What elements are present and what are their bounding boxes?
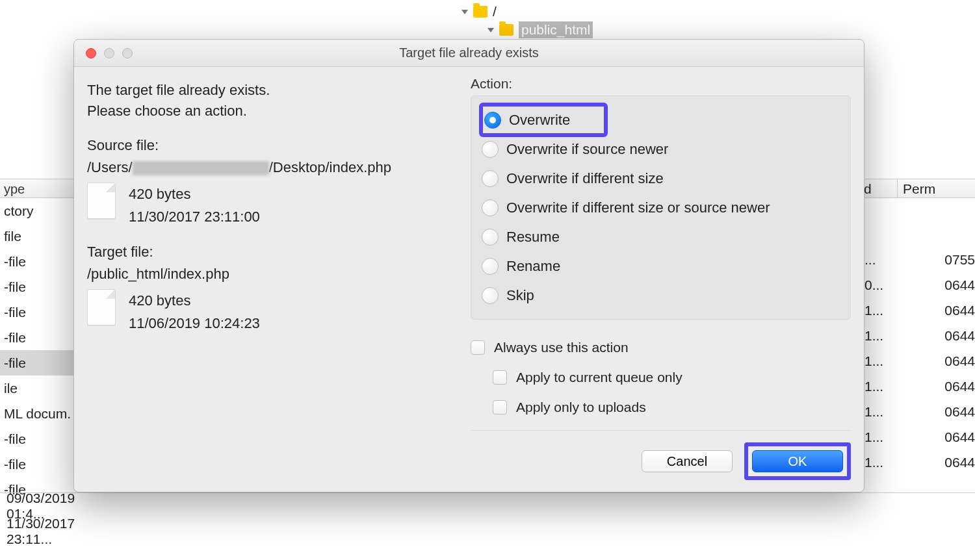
- redacted-segment: [133, 161, 269, 175]
- table-row[interactable]: 1...0644: [864, 399, 975, 424]
- close-icon[interactable]: [86, 48, 96, 58]
- action-label: Action:: [471, 76, 851, 92]
- target-file-label: Target file:: [87, 244, 451, 261]
- radio-icon[interactable]: [482, 287, 499, 304]
- message-line: Please choose an action.: [87, 101, 451, 121]
- titlebar: Target file already exists: [74, 40, 864, 67]
- radio-icon[interactable]: [482, 199, 499, 216]
- source-file-label: Source file:: [87, 137, 451, 154]
- folder-icon: [499, 24, 514, 36]
- radio-overwrite-size[interactable]: Overwrite if different size: [482, 164, 840, 193]
- check-label: Always use this action: [494, 340, 629, 355]
- target-file-date: 11/06/2019 10:24:23: [129, 312, 260, 335]
- table-row[interactable]: 1...0644: [864, 424, 975, 450]
- type-cell[interactable]: -file: [0, 350, 78, 375]
- bottom-area: 09/03/2019 01:4...11/30/2017 23:11... wp…: [0, 492, 975, 493]
- radio-label: Overwrite if different size or source ne…: [506, 199, 770, 216]
- type-cell[interactable]: ctory: [0, 198, 78, 223]
- info-pane: The target file already exists. Please c…: [74, 67, 464, 492]
- window-controls: [74, 48, 133, 58]
- radio-icon[interactable]: [482, 141, 499, 158]
- table-row[interactable]: 0...0644: [864, 272, 975, 298]
- table-row[interactable]: 1...0644: [864, 298, 975, 323]
- check-label: Apply only to uploads: [516, 400, 646, 415]
- type-cell[interactable]: file: [0, 223, 78, 249]
- folder-icon: [473, 6, 488, 18]
- radio-icon[interactable]: [482, 258, 499, 275]
- right-column-values: ...07550...06441...06441...06441...06441…: [864, 247, 975, 475]
- type-cell[interactable]: -file: [0, 325, 78, 350]
- cancel-button[interactable]: Cancel: [642, 450, 733, 472]
- radio-label: Resume: [506, 229, 560, 246]
- right-columns: d Perm: [858, 179, 975, 198]
- ok-highlight: OK: [744, 442, 851, 480]
- message-line: The target file already exists.: [87, 80, 451, 101]
- overwrite-dialog: Target file already exists The target fi…: [73, 39, 864, 492]
- column-header[interactable]: Perm: [897, 179, 975, 198]
- dialog-footer: Cancel OK: [471, 430, 851, 480]
- zoom-icon: [122, 48, 133, 58]
- check-apply-queue[interactable]: Apply to current queue only: [471, 363, 851, 392]
- radio-skip[interactable]: Skip: [482, 281, 840, 310]
- type-cell[interactable]: -file: [0, 274, 78, 299]
- table-row[interactable]: 09/03/2019 01:4...: [0, 493, 448, 518]
- file-icon: [87, 183, 116, 219]
- file-icon: [87, 289, 116, 325]
- table-row[interactable]: ...0755: [864, 247, 975, 272]
- radio-overwrite-newer[interactable]: Overwrite if source newer: [482, 134, 840, 164]
- source-file-path: /Users//Desktop/index.php: [87, 159, 451, 176]
- radio-icon[interactable]: [484, 112, 501, 129]
- radio-rename[interactable]: Rename: [482, 251, 840, 281]
- chevron-down-icon[interactable]: [462, 10, 468, 14]
- radio-label: Overwrite if source newer: [506, 141, 668, 158]
- radio-label: Overwrite if different size: [506, 170, 664, 187]
- chevron-down-icon[interactable]: [488, 28, 494, 32]
- check-apply-uploads[interactable]: Apply only to uploads: [471, 392, 851, 422]
- radio-label: Rename: [506, 258, 560, 275]
- dialog-title: Target file already exists: [74, 45, 864, 60]
- type-cell[interactable]: -file: [0, 249, 78, 274]
- radio-label: Skip: [506, 287, 534, 304]
- table-row[interactable]: 1...0644: [864, 374, 975, 399]
- radio-resume[interactable]: Resume: [482, 222, 840, 251]
- table-row[interactable]: 1...0644: [864, 323, 975, 348]
- checkbox-icon[interactable]: [493, 370, 507, 385]
- tree-label: public_html: [519, 21, 593, 38]
- type-cell[interactable]: -file: [0, 299, 78, 325]
- path-prefix: /Users/: [87, 159, 133, 175]
- source-file-date: 11/30/2017 23:11:00: [129, 205, 260, 228]
- column-header[interactable]: ype: [0, 179, 77, 198]
- type-cell[interactable]: -file: [0, 452, 78, 477]
- type-cell[interactable]: ML docum.: [0, 401, 78, 426]
- type-cell[interactable]: ile: [0, 375, 78, 401]
- radio-overwrite[interactable]: Overwrite: [482, 105, 605, 134]
- checkbox-icon[interactable]: [493, 400, 507, 414]
- table-row[interactable]: 1...0644: [864, 348, 975, 374]
- tree-row-root[interactable]: /: [448, 3, 904, 21]
- source-file-size: 420 bytes: [129, 183, 260, 205]
- target-file-path: /public_html/index.php: [87, 266, 451, 283]
- type-cell[interactable]: -file: [0, 426, 78, 452]
- left-column-header: ype: [0, 179, 78, 198]
- tree-row-child[interactable]: public_html: [448, 21, 904, 39]
- check-label: Apply to current queue only: [516, 370, 682, 385]
- radio-icon[interactable]: [482, 229, 499, 246]
- ok-button[interactable]: OK: [752, 450, 843, 472]
- radio-overwrite-size-newer[interactable]: Overwrite if different size or source ne…: [482, 193, 840, 222]
- check-always[interactable]: Always use this action: [471, 333, 851, 363]
- minimize-icon: [104, 48, 114, 58]
- radio-icon[interactable]: [482, 170, 499, 187]
- tree-label: /: [493, 4, 497, 19]
- radio-label: Overwrite: [509, 112, 570, 129]
- left-type-column: ctoryfile-file-file-file-file-fileileML …: [0, 198, 78, 502]
- remote-tree: / public_html: [448, 0, 904, 39]
- target-file-size: 420 bytes: [129, 289, 260, 312]
- checkbox-icon[interactable]: [471, 340, 485, 355]
- table-row[interactable]: 11/30/2017 23:11...: [0, 518, 448, 544]
- path-suffix: /Desktop/index.php: [269, 159, 391, 175]
- action-group: Overwrite Overwrite if source newer Over…: [471, 95, 851, 320]
- table-row[interactable]: 1...0644: [864, 450, 975, 475]
